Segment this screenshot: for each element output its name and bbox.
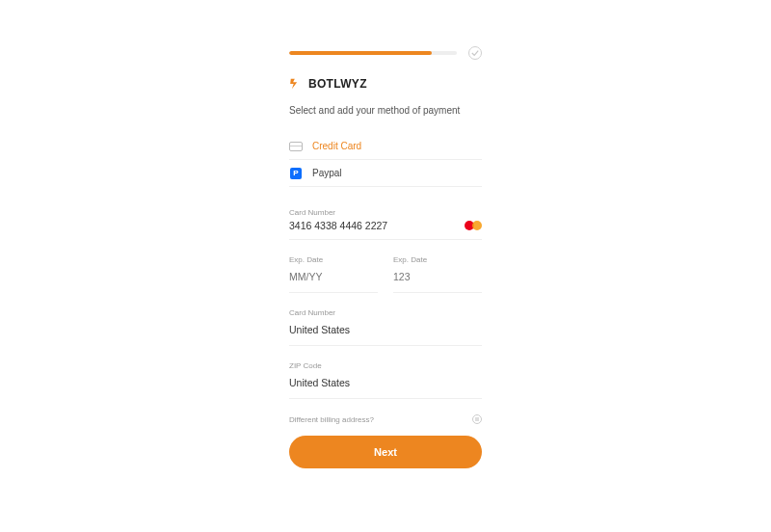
field-exp-date: Exp. Date: [289, 250, 378, 293]
subtitle: Select and add your method of payment: [289, 104, 482, 118]
next-button[interactable]: Next: [289, 436, 482, 468]
exp-date-input[interactable]: [289, 271, 378, 282]
field-label: Card Number: [289, 208, 482, 217]
field-label: ZIP Code: [289, 361, 482, 370]
country-input[interactable]: [289, 324, 482, 335]
progress-track: [289, 51, 457, 55]
credit-card-icon: [289, 142, 303, 151]
billing-address-row[interactable]: Different billing address?: [289, 414, 482, 424]
method-paypal[interactable]: P Paypal: [289, 160, 482, 187]
brand-row: BOTLWYZ: [289, 77, 482, 91]
mastercard-icon: [465, 220, 482, 231]
billing-radio-icon[interactable]: [472, 414, 482, 424]
field-cvv: Exp. Date: [393, 250, 482, 293]
card-number-input[interactable]: [289, 220, 465, 231]
field-card-number: Card Number: [289, 202, 482, 240]
progress-check-icon: [468, 46, 482, 60]
brand-logo-icon: [289, 77, 303, 91]
progress-row: [289, 46, 482, 60]
method-label: Credit Card: [312, 141, 361, 151]
field-label: Card Number: [289, 308, 482, 317]
progress-fill: [289, 51, 432, 55]
fields-section: Card Number Exp. Date Exp. Date Card Num…: [289, 202, 482, 409]
field-label: Exp. Date: [289, 255, 378, 264]
payment-form: BOTLWYZ Select and add your method of pa…: [289, 46, 482, 532]
paypal-icon: P: [289, 169, 303, 178]
method-credit-card[interactable]: Credit Card: [289, 133, 482, 160]
cvv-input[interactable]: [393, 271, 482, 282]
field-label: Exp. Date: [393, 255, 482, 264]
field-country: Card Number: [289, 303, 482, 346]
billing-question-label: Different billing address?: [289, 415, 374, 424]
method-label: Paypal: [312, 168, 342, 178]
brand-name: BOTLWYZ: [308, 77, 367, 91]
field-zip: ZIP Code: [289, 356, 482, 399]
zip-input[interactable]: [289, 377, 482, 388]
